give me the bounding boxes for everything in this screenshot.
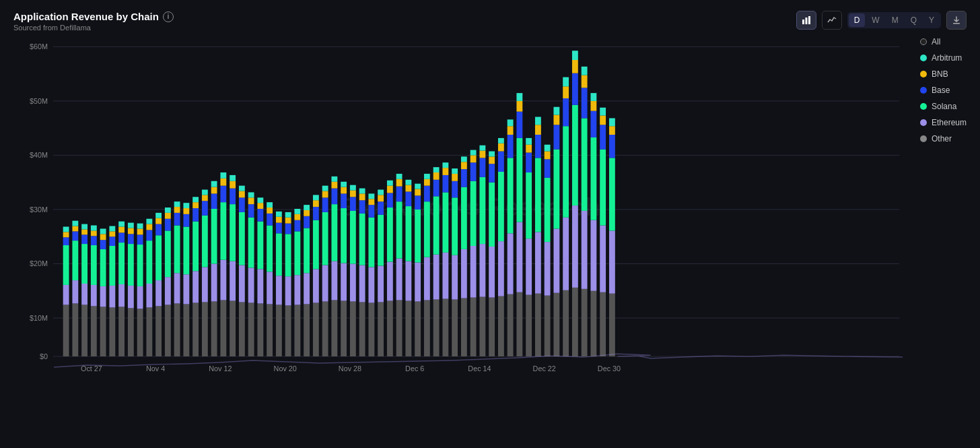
svg-rect-133 xyxy=(239,302,245,356)
svg-rect-168 xyxy=(285,212,291,218)
info-icon[interactable]: i xyxy=(163,11,174,22)
svg-rect-275 xyxy=(452,174,458,181)
svg-rect-325 xyxy=(535,294,541,356)
svg-rect-355 xyxy=(582,289,588,356)
svg-rect-99 xyxy=(183,227,189,275)
svg-rect-365 xyxy=(590,101,596,111)
time-btn-w[interactable]: W xyxy=(866,13,884,27)
svg-rect-303 xyxy=(498,172,504,241)
svg-rect-156 xyxy=(267,202,273,207)
svg-rect-68 xyxy=(137,286,143,309)
svg-rect-149 xyxy=(257,203,263,209)
time-btn-y[interactable]: Y xyxy=(923,13,940,27)
svg-rect-284 xyxy=(470,246,477,298)
svg-rect-109 xyxy=(202,302,208,356)
svg-rect-38 xyxy=(91,285,97,306)
svg-rect-296 xyxy=(489,247,495,298)
legend-item-ethereum[interactable]: Ethereum xyxy=(920,118,967,127)
line-chart-btn[interactable] xyxy=(822,11,842,30)
svg-rect-42 xyxy=(91,226,97,231)
svg-rect-169 xyxy=(294,305,300,356)
svg-rect-107 xyxy=(193,202,199,208)
svg-rect-192 xyxy=(322,186,328,191)
svg-rect-182 xyxy=(313,269,319,302)
legend-item-base[interactable]: Base xyxy=(920,86,967,95)
svg-rect-251 xyxy=(415,189,421,196)
svg-rect-312 xyxy=(508,119,514,126)
svg-rect-49 xyxy=(109,307,115,356)
legend-item-solana[interactable]: Solana xyxy=(920,102,967,111)
svg-rect-241 xyxy=(405,301,411,357)
svg-rect-121 xyxy=(220,300,226,356)
svg-rect-313 xyxy=(516,292,522,356)
svg-rect-340 xyxy=(553,125,559,149)
svg-rect-260 xyxy=(433,255,440,300)
svg-rect-346 xyxy=(563,98,569,126)
svg-rect-288 xyxy=(470,150,477,156)
svg-rect-220 xyxy=(368,205,374,218)
download-btn[interactable] xyxy=(946,11,967,30)
legend-item-bnb[interactable]: BNB xyxy=(920,69,967,79)
svg-rect-27 xyxy=(72,241,78,280)
svg-rect-217 xyxy=(368,302,374,356)
bar-chart-btn[interactable] xyxy=(796,11,816,30)
svg-rect-132 xyxy=(230,175,236,181)
svg-rect-345 xyxy=(563,126,569,218)
svg-rect-84 xyxy=(155,213,162,218)
svg-rect-164 xyxy=(285,276,291,305)
svg-rect-190 xyxy=(322,197,328,212)
svg-rect-100 xyxy=(183,214,189,227)
svg-rect-230 xyxy=(387,262,393,301)
svg-rect-158 xyxy=(276,276,282,305)
svg-rect-98 xyxy=(183,274,189,304)
svg-rect-351 xyxy=(572,105,578,205)
svg-rect-174 xyxy=(294,209,300,214)
svg-rect-59 xyxy=(118,227,125,233)
svg-rect-368 xyxy=(600,226,606,292)
svg-rect-108 xyxy=(193,197,199,202)
svg-rect-233 xyxy=(387,186,393,193)
svg-rect-173 xyxy=(294,214,300,220)
svg-rect-25 xyxy=(72,303,78,356)
svg-rect-90 xyxy=(165,207,171,213)
svg-rect-151 xyxy=(267,304,273,356)
time-btn-d[interactable]: D xyxy=(849,13,866,27)
svg-rect-157 xyxy=(276,305,282,356)
svg-rect-266 xyxy=(442,253,448,299)
svg-rect-86 xyxy=(165,277,171,305)
svg-rect-307 xyxy=(508,294,514,356)
svg-rect-166 xyxy=(285,224,291,234)
svg-rect-21 xyxy=(63,245,69,285)
svg-rect-40 xyxy=(91,236,97,245)
svg-rect-102 xyxy=(183,203,189,208)
svg-rect-194 xyxy=(331,261,337,300)
svg-rect-211 xyxy=(359,302,365,356)
svg-rect-2 xyxy=(808,16,810,24)
legend-dot-other xyxy=(920,135,927,142)
legend-item-arbitrum[interactable]: Arbitrum xyxy=(920,53,967,63)
svg-text:$0: $0 xyxy=(40,352,48,360)
svg-rect-302 xyxy=(498,241,504,296)
svg-rect-201 xyxy=(341,208,347,263)
svg-rect-146 xyxy=(257,269,263,303)
svg-rect-249 xyxy=(415,210,421,263)
legend-item-all[interactable]: All xyxy=(920,37,967,46)
svg-rect-144 xyxy=(248,192,254,197)
svg-rect-180 xyxy=(304,205,310,210)
legend-item-other[interactable]: Other xyxy=(920,134,967,143)
svg-rect-20 xyxy=(63,285,69,305)
svg-text:$40M: $40M xyxy=(30,151,48,159)
svg-rect-223 xyxy=(378,302,384,356)
svg-rect-61 xyxy=(128,308,134,356)
time-btn-q[interactable]: Q xyxy=(905,13,922,27)
svg-rect-65 xyxy=(128,228,134,234)
time-btn-m[interactable]: M xyxy=(886,13,904,27)
svg-rect-26 xyxy=(72,280,78,303)
svg-rect-226 xyxy=(378,201,384,215)
svg-rect-87 xyxy=(165,230,171,277)
svg-rect-29 xyxy=(72,226,78,232)
svg-rect-293 xyxy=(479,151,485,158)
svg-rect-218 xyxy=(368,267,374,302)
svg-rect-104 xyxy=(193,271,199,302)
svg-rect-378 xyxy=(609,118,615,126)
